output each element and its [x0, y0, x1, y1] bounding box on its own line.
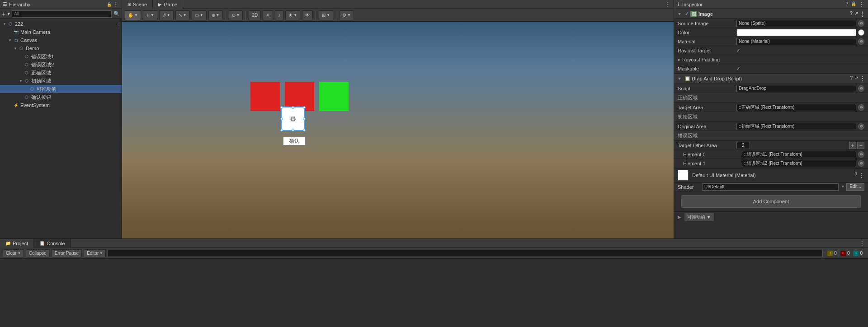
source-image-row: Source Image None (Sprite) ⊙: [674, 19, 868, 28]
original-area-field[interactable]: ::初始区域 (Rect Transform): [736, 123, 856, 130]
color-field[interactable]: [736, 29, 856, 36]
shader-edit-btn[interactable]: Edit...: [846, 183, 864, 191]
inspector-lock-icon[interactable]: 🔒: [851, 1, 856, 8]
error-pause-button[interactable]: Error Pause: [52, 249, 82, 257]
lock-icon[interactable]: 🔒: [107, 2, 112, 7]
hierarchy-item-maincamera[interactable]: ▶ 📷 Main Camera: [0, 28, 122, 36]
tab-scene[interactable]: ⊞ Scene: [122, 0, 153, 9]
tool-hand[interactable]: ✋ ▼: [125, 10, 141, 20]
element0-field[interactable]: ::错误区域1 (Rect Transform): [742, 151, 856, 158]
material-dots[interactable]: ⋮: [859, 172, 864, 178]
handle-bm[interactable]: [292, 129, 294, 131]
handle-tr[interactable]: [303, 106, 306, 109]
tab-game[interactable]: ▶ Game: [153, 0, 183, 9]
handle-ml[interactable]: [280, 117, 283, 120]
hierarchy-item-correct[interactable]: ▶ ⬡ 正确区域: [0, 69, 122, 77]
clear-button[interactable]: Clear ▼: [3, 249, 24, 257]
tool-grid[interactable]: ⊞ ▼: [319, 10, 333, 20]
source-image-picker[interactable]: ⊙: [858, 20, 864, 27]
scene-confirm-button[interactable]: 确认: [283, 137, 306, 145]
go-icon-drag: ⬡: [29, 86, 35, 92]
hierarchy-item-demo[interactable]: ▼ ⬡ Demo: [0, 44, 122, 52]
dragdrop-dots[interactable]: ⋮: [860, 75, 865, 82]
dragdrop-ext[interactable]: ↗: [854, 75, 858, 82]
tool-audio[interactable]: ♪: [275, 10, 283, 20]
material-help[interactable]: ?: [854, 172, 857, 178]
image-ext-icon[interactable]: ↗: [854, 11, 858, 17]
dragdrop-help[interactable]: ?: [850, 75, 853, 82]
handle-mr[interactable]: [303, 117, 306, 120]
tool-pivot[interactable]: ⊙ ▼: [229, 10, 243, 20]
script-picker[interactable]: ⊙: [858, 85, 864, 92]
element0-picker[interactable]: ⊙: [858, 151, 864, 158]
hierarchy-item-eventsystem[interactable]: ▶ ⚡ EventSystem: [0, 101, 122, 109]
handle-tl[interactable]: [280, 106, 283, 109]
item-menu-222[interactable]: ⋮: [117, 21, 122, 27]
item-label-eventsystem: EventSystem: [20, 103, 50, 108]
target-area-picker[interactable]: ⊙: [858, 104, 864, 111]
script-field[interactable]: DragAndDrop: [736, 85, 856, 92]
hierarchy-item-error1[interactable]: ▶ ⬡ 错误区域1: [0, 52, 122, 61]
material-controls: ? ⋮: [854, 172, 864, 178]
maskable-check[interactable]: ✓: [736, 66, 740, 71]
handle-bl[interactable]: [280, 129, 283, 131]
handle-tm[interactable]: [292, 106, 294, 109]
material-field[interactable]: None (Material): [736, 38, 856, 45]
element1-picker[interactable]: ⊙: [858, 160, 864, 167]
console-search-input[interactable]: [108, 250, 823, 257]
tab-project[interactable]: 📁 Project: [0, 239, 34, 248]
shader-field[interactable]: UI/Default: [702, 183, 839, 191]
target-area-field[interactable]: ::正确区域 (Rect Transform): [736, 104, 856, 111]
tool-rotate[interactable]: ↺ ▼: [159, 10, 174, 20]
hierarchy-icon: ☰: [3, 1, 7, 7]
add-component-button[interactable]: Add Component: [681, 195, 861, 208]
collapse-button[interactable]: Collapse: [26, 249, 50, 257]
shader-dropdown-arrow[interactable]: ▼: [841, 185, 845, 189]
original-area-picker[interactable]: ⊙: [858, 123, 864, 130]
image-expand-arrow[interactable]: ▼: [677, 11, 682, 17]
raycast-padding-arrow[interactable]: ▶: [678, 57, 682, 62]
dragdrop-expand[interactable]: ▼: [677, 76, 682, 81]
dots-icon[interactable]: ⋮: [113, 1, 119, 8]
hierarchy-item-error2[interactable]: ▶ ⬡ 错误区域2: [0, 61, 122, 69]
btn-2d[interactable]: 2D: [249, 10, 261, 20]
error-count-label: 0: [847, 251, 850, 256]
array-add-btn[interactable]: +: [849, 142, 856, 149]
hierarchy-item-initial[interactable]: ▼ ⬡ 初始区域: [0, 77, 122, 85]
item-label-error2: 错误区域2: [31, 61, 54, 68]
hierarchy-item-confirm-btn[interactable]: ▶ ⬡ 确认按钮: [0, 93, 122, 101]
inspector-dots-icon[interactable]: ⋮: [859, 1, 864, 8]
hierarchy-search-input[interactable]: [12, 10, 112, 18]
scene-options-icon[interactable]: ⋮: [665, 1, 671, 8]
tool-scale[interactable]: ⤡ ▼: [175, 10, 190, 20]
hierarchy-item-222[interactable]: ▼ ⬡ 222 ⋮: [0, 20, 122, 28]
tool-effects[interactable]: ★ ▼: [285, 10, 300, 20]
hierarchy-item-draggable[interactable]: ▶ ⬡ 可拖动的: [0, 85, 122, 93]
raycast-target-check[interactable]: ✓: [736, 48, 740, 53]
array-remove-btn[interactable]: −: [857, 142, 864, 149]
tool-hidden[interactable]: 👁: [302, 10, 313, 20]
scene-selected-object[interactable]: ⚙: [281, 107, 305, 131]
inspector-help-icon[interactable]: ?: [845, 1, 848, 8]
tab-console[interactable]: 📋 Console: [34, 239, 71, 248]
element1-field[interactable]: ::错误区域2 (Rect Transform): [742, 160, 856, 167]
tool-gizmos[interactable]: ⚙ ▼: [339, 10, 354, 20]
draggable-dropdown[interactable]: 可拖动的 ▼: [684, 213, 714, 222]
material-picker[interactable]: ⊙: [858, 38, 864, 45]
editor-dropdown[interactable]: Editor ▼: [84, 249, 106, 257]
tool-rect[interactable]: ▭ ▼: [192, 10, 207, 20]
scene-box-red1: [250, 82, 280, 111]
tool-light[interactable]: ☀: [263, 10, 273, 20]
color-picker[interactable]: ↗: [858, 29, 864, 36]
add-icon[interactable]: +: [2, 10, 5, 18]
tool-move[interactable]: ✛ ▼: [143, 10, 157, 20]
hierarchy-item-canvas[interactable]: ▼ ◻ Canvas: [0, 36, 122, 44]
source-image-field[interactable]: None (Sprite): [736, 20, 856, 27]
bottom-tab-dots[interactable]: ⋮: [859, 240, 865, 247]
arrow-icon[interactable]: ▼: [6, 11, 11, 16]
handle-br[interactable]: [303, 129, 306, 131]
tool-transform[interactable]: ⊕ ▼: [208, 10, 223, 20]
image-dots-icon[interactable]: ⋮: [860, 11, 865, 17]
image-enabled-check[interactable]: ✓: [685, 11, 689, 16]
image-help-icon[interactable]: ?: [850, 11, 853, 17]
